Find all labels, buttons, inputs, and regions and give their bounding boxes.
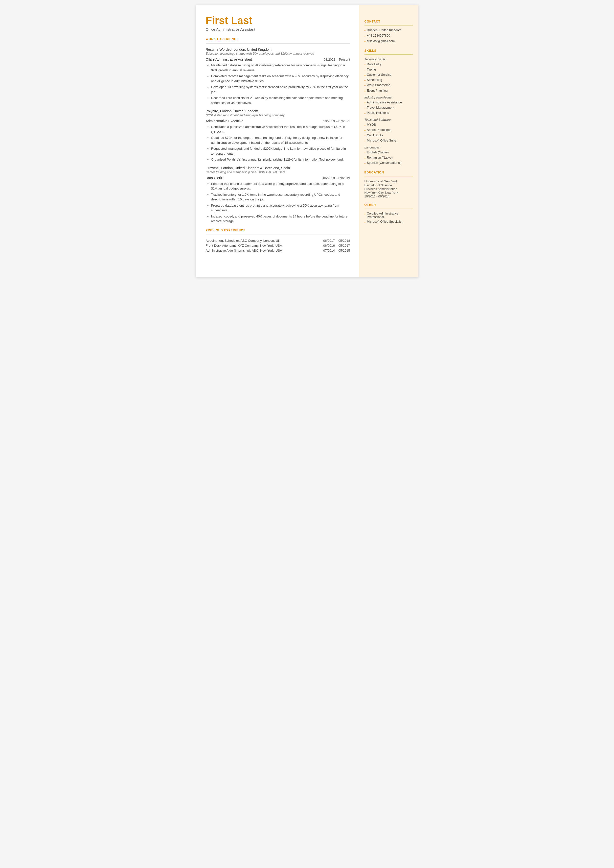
- edu-dates: 10/2011 - 06/2014: [364, 195, 413, 198]
- job-1-dates: 08/2021 – Present: [324, 57, 350, 61]
- prev-exp-label: Appointment Scheduler, ABC Company, Lond…: [206, 239, 281, 242]
- bullet-icon: •: [364, 63, 366, 67]
- job-1-header: Office Administrative Assistant 08/2021 …: [206, 57, 350, 61]
- prev-exp-list: Appointment Scheduler, ABC Company, Lond…: [206, 239, 350, 252]
- work-experience-divider: [206, 43, 350, 43]
- prev-exp-item-3: Administrative Aide (Internship), ABC, N…: [206, 248, 350, 252]
- prev-exp-item-2: Front Desk Attendant, XYZ Company, New Y…: [206, 244, 350, 247]
- bullet-icon: •: [364, 111, 366, 116]
- previous-experience-heading: PREVIOUS EXPERIENCE: [206, 228, 350, 232]
- job-3: Growthsi, London, United Kingdom & Barce…: [206, 166, 350, 224]
- prev-exp-label: Administrative Aide (Internship), ABC, N…: [206, 248, 282, 252]
- job-2-role: Administrative Executive: [206, 119, 243, 123]
- job-2-dates: 10/2019 – 07/2021: [323, 119, 350, 123]
- edu-location: New York City, New York: [364, 191, 413, 194]
- list-item: Obtained $70K for the departmental train…: [211, 135, 350, 145]
- candidate-name: First Last: [206, 15, 350, 26]
- bullet-icon: •: [364, 106, 366, 110]
- skill-item: •Travel Management: [364, 106, 413, 110]
- skill-item: •Word Processing: [364, 83, 413, 88]
- prev-exp-item-1: Appointment Scheduler, ABC Company, Lond…: [206, 239, 350, 242]
- candidate-title: Office Administrative Assistant: [206, 27, 350, 31]
- bullet-icon: •: [364, 101, 366, 105]
- list-item: Organized Polyhire's first annual fall p…: [211, 157, 350, 162]
- skill-item: •English (Native): [364, 151, 413, 155]
- bullet-icon: •: [364, 212, 366, 216]
- work-experience-heading: WORK EXPERIENCE: [206, 37, 350, 41]
- job-3-subtitle: Career training and membership SaaS with…: [206, 171, 350, 174]
- previous-experience-divider: [206, 234, 350, 235]
- edu-degree: Bachelor of Science: [364, 183, 413, 187]
- bullet-icon: •: [364, 89, 366, 93]
- bullet-icon: •: [364, 83, 366, 88]
- skills-category-industry: Industry Knowledge:: [364, 96, 413, 99]
- edu-school: University of New York: [364, 179, 413, 183]
- edu-field: Business Administration: [364, 187, 413, 191]
- job-3-dates: 06/2018 – 09/2019: [323, 176, 350, 180]
- contact-heading: CONTACT: [364, 20, 413, 23]
- job-2-bullets: Concluded a publicized administrative as…: [206, 124, 350, 162]
- skill-item: •MYOB: [364, 123, 413, 127]
- skills-category-technical: Technical Skills:: [364, 57, 413, 61]
- contact-item-1: • Dundee, United Kingdom: [364, 28, 413, 33]
- job-2: Polyhire, London, United Kingdom NYSE-li…: [206, 109, 350, 162]
- skill-item: •QuickBooks: [364, 134, 413, 138]
- job-3-bullets: Ensured that financial statement data we…: [206, 182, 350, 224]
- resume-container: First Last Office Administrative Assista…: [196, 5, 419, 277]
- prev-exp-dates-3: 07/2014 – 05/2015: [323, 248, 350, 252]
- bullet-icon: •: [364, 73, 366, 78]
- bullet-icon: •: [364, 139, 366, 143]
- job-3-header: Data Clerk 06/2018 – 09/2019: [206, 176, 350, 180]
- skill-item: •Typing: [364, 68, 413, 72]
- job-1-bullets: Maintained database listing of 2K custom…: [206, 63, 350, 105]
- bullet-icon: •: [364, 34, 366, 38]
- contact-item-2: • +44 1234567890: [364, 34, 413, 38]
- skill-item: •Event Planning: [364, 89, 413, 93]
- right-column: CONTACT • Dundee, United Kingdom • +44 1…: [359, 5, 419, 277]
- bullet-icon: •: [364, 161, 366, 166]
- left-column: First Last Office Administrative Assista…: [196, 5, 359, 277]
- list-item: Requested, managed, and funded a $200K b…: [211, 146, 350, 156]
- bullet-icon: •: [364, 28, 366, 33]
- job-1: Resume Worded, London, United Kingdom Ed…: [206, 48, 350, 105]
- list-item: Ensured that financial statement data we…: [211, 182, 350, 191]
- job-3-company: Growthsi, London, United Kingdom & Barce…: [206, 166, 350, 170]
- bullet-icon: •: [364, 68, 366, 72]
- list-item: Tracked inventory for 1.9K items in the …: [211, 192, 350, 202]
- job-3-role: Data Clerk: [206, 176, 222, 180]
- skills-divider: [364, 54, 413, 55]
- skill-item: •Adobe Photoshop: [364, 128, 413, 133]
- bullet-icon: •: [364, 220, 366, 224]
- skill-item: •Customer Service: [364, 73, 413, 78]
- skills-category-tools: Tools and Software:: [364, 118, 413, 121]
- list-item: Indexed, coded, and preserved 40K pages …: [211, 214, 350, 224]
- job-2-company: Polyhire, London, United Kingdom: [206, 109, 350, 113]
- skill-item: •Microsoft Office Suite: [364, 139, 413, 143]
- job-1-subtitle: Education technology startup with 50+ em…: [206, 52, 350, 56]
- other-item-1: • Certified Administrative Professional.: [364, 212, 413, 219]
- list-item: Maintained database listing of 2K custom…: [211, 63, 350, 73]
- list-item: Prepared database entries promptly and a…: [211, 203, 350, 213]
- bullet-icon: •: [364, 39, 366, 44]
- bullet-icon: •: [364, 123, 366, 127]
- education-heading: EDUCATION: [364, 171, 413, 174]
- bullet-icon: •: [364, 134, 366, 138]
- job-1-role: Office Administrative Assistant: [206, 57, 252, 61]
- list-item: Recorded zero conflicts for 21 weeks by …: [211, 96, 350, 105]
- job-2-subtitle: NYSE-listed recruitment and employer bra…: [206, 113, 350, 117]
- list-item: Concluded a publicized administrative as…: [211, 124, 350, 134]
- skill-item: •Scheduling: [364, 78, 413, 83]
- contact-item-3: • first.last@gmail.com: [364, 39, 413, 44]
- skill-item: •Romanian (Native): [364, 156, 413, 160]
- bullet-icon: •: [364, 128, 366, 133]
- job-1-company: Resume Worded, London, United Kingdom: [206, 48, 350, 51]
- skill-item: •Data Entry: [364, 63, 413, 67]
- prev-exp-dates-2: 06/2016 – 05/2017: [323, 244, 350, 247]
- other-heading: OTHER: [364, 203, 413, 207]
- prev-exp-dates-1: 06/2017 – 05/2018: [323, 239, 350, 242]
- skills-heading: SKILLS: [364, 49, 413, 53]
- skills-category-languages: Languages:: [364, 146, 413, 149]
- bullet-icon: •: [364, 151, 366, 155]
- other-item-2: • Microsoft Office Specialist.: [364, 220, 413, 224]
- skill-item: •Administrative Assistance: [364, 101, 413, 105]
